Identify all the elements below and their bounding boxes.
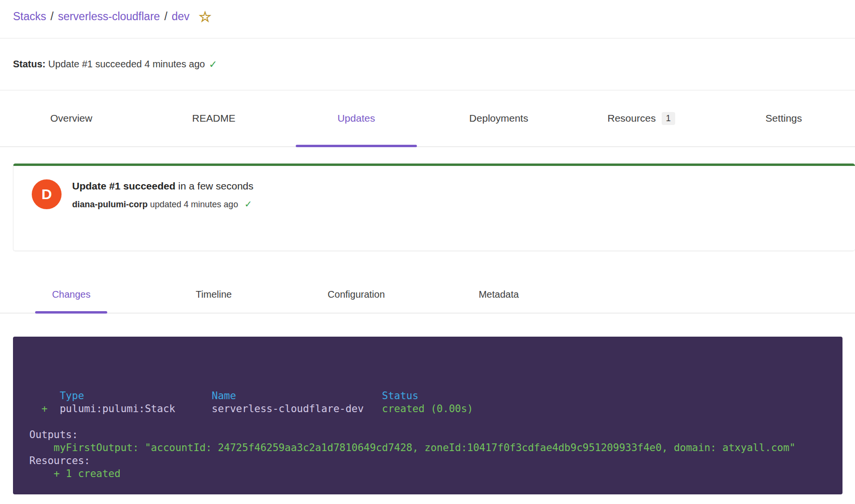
tab-overview[interactable]: Overview [0, 90, 142, 146]
status-label: Status: [13, 59, 46, 70]
breadcrumb-row: Stacks / serverless-cloudflare / dev ☆ [0, 0, 855, 38]
update-card-title: Update #1 succeeded in a few seconds [72, 180, 253, 192]
tab-updates[interactable]: Updates [285, 90, 428, 146]
tab-resources[interactable]: Resources 1 [570, 90, 712, 146]
status-bar: Status: Update #1 succeeded 4 minutes ag… [0, 38, 855, 90]
breadcrumb-separator: / [50, 10, 53, 23]
breadcrumb-stacks-link[interactable]: Stacks [13, 10, 46, 23]
update-success-check-icon: ✓ [244, 199, 252, 209]
update-author: diana-pulumi-corp [72, 200, 148, 209]
subtab-changes-label: Changes [52, 289, 90, 300]
console-created-line: + 1 created [29, 468, 121, 479]
update-diff-console: Type Name Status + pulumi:pulumi:Stack s… [13, 337, 842, 494]
update-card-meta: diana-pulumi-corp updated 4 minutes ago … [72, 199, 253, 210]
star-favorite-icon[interactable]: ☆ [199, 10, 212, 24]
tab-overview-label: Overview [50, 113, 92, 124]
console-resource-status: created (0.00s) [382, 403, 473, 415]
update-title-bold: Update #1 succeeded [72, 180, 176, 191]
stack-tabbar: Overview README Updates Deployments Reso… [0, 90, 855, 147]
tab-deployments[interactable]: Deployments [428, 90, 570, 146]
subtab-metadata-label: Metadata [478, 289, 518, 300]
update-card[interactable]: D Update #1 succeeded in a few seconds d… [13, 164, 855, 251]
breadcrumb-stack-link[interactable]: dev [172, 10, 189, 23]
tab-readme-label: README [192, 113, 236, 124]
resources-count-badge: 1 [662, 112, 675, 125]
tab-resources-label: Resources [607, 113, 655, 124]
tab-updates-label: Updates [338, 113, 375, 124]
console-resources-label: Resources: [29, 455, 90, 466]
breadcrumb-separator: / [164, 10, 167, 23]
update-card-text: Update #1 succeeded in a few seconds dia… [72, 179, 253, 251]
tab-settings-label: Settings [766, 113, 802, 124]
console-create-marker: + [29, 403, 48, 415]
console-column-headers: Type Name Status [29, 390, 418, 402]
tab-deployments-label: Deployments [469, 113, 528, 124]
breadcrumb-project-link[interactable]: serverless-cloudflare [58, 10, 160, 23]
subtab-timeline[interactable]: Timeline [142, 277, 285, 313]
breadcrumb: Stacks / serverless-cloudflare / dev ☆ [13, 10, 212, 24]
update-title-rest: in a few seconds [176, 180, 253, 191]
subtab-configuration-label: Configuration [327, 289, 385, 300]
console-output-line: myFirstOutput: "accountId: 24725f46259aa… [29, 442, 795, 454]
tab-readme[interactable]: README [142, 90, 285, 146]
subtab-changes[interactable]: Changes [0, 277, 142, 313]
user-avatar: D [32, 179, 62, 209]
status-text: Update #1 succeeded 4 minutes ago [46, 59, 205, 70]
update-detail-tabbar: Changes Timeline Configuration Metadata [0, 277, 855, 314]
tab-settings[interactable]: Settings [713, 90, 855, 146]
console-output: Type Name Status + pulumi:pulumi:Stack s… [29, 390, 833, 480]
console-resource-row: pulumi:pulumi:Stack serverless-cloudflar… [48, 403, 382, 415]
subtab-configuration[interactable]: Configuration [285, 277, 428, 313]
console-outputs-label: Outputs: [29, 429, 78, 441]
subtab-metadata[interactable]: Metadata [428, 277, 570, 313]
subtab-timeline-label: Timeline [196, 289, 232, 300]
update-meta-rest: updated 4 minutes ago [148, 200, 238, 209]
status-success-check-icon: ✓ [209, 59, 217, 70]
